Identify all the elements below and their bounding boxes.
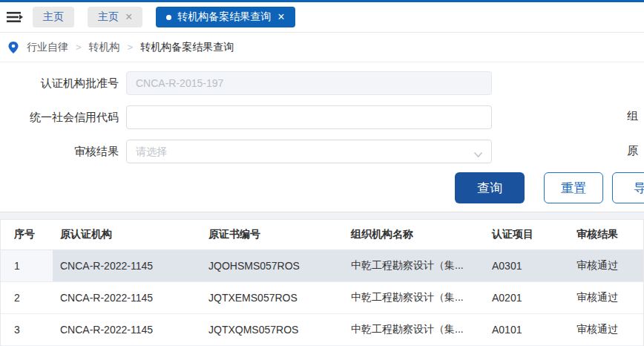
export-button[interactable]: 导 — [612, 172, 644, 203]
table-cell: CNCA-R-2022-1145 — [53, 281, 201, 313]
tab-transfer-query[interactable]: 转机构备案结果查询 × — [156, 7, 295, 27]
table-cell: 1 — [1, 249, 53, 281]
table-row[interactable]: 1CNCA-R-2022-1145JQOHSMS057ROS中乾工程勘察设计（集… — [1, 249, 643, 281]
credit-code-label: 统一社会信用代码 — [0, 111, 119, 125]
table-cell: 中乾工程勘察设计（集... — [344, 249, 483, 281]
clipped-label-orig-body: 原 — [627, 144, 640, 158]
column-header: 审核结果 — [569, 220, 643, 249]
audit-result-select[interactable] — [126, 140, 492, 163]
table-cell: CNCA-R-2022-1145 — [53, 313, 201, 345]
table-cell: 中乾工程勘察设计（集... — [344, 313, 483, 345]
approval-number-label: 认证机构批准号 — [0, 76, 119, 91]
column-header: 原认证机构 — [53, 220, 201, 249]
active-dot-icon — [166, 15, 171, 20]
table-cell: 审核通过 — [569, 281, 643, 313]
table-cell: 中乾工程勘察设计（集... — [344, 281, 483, 313]
table-cell: JQTXQMS057ROS — [201, 313, 344, 345]
breadcrumb-separator: > — [76, 42, 82, 53]
table-row[interactable]: 2CNCA-R-2022-1145JQTXEMS057ROS中乾工程勘察设计（集… — [1, 281, 643, 313]
tab-home-2[interactable]: 主页 × — [88, 7, 142, 27]
location-pin-icon — [7, 41, 19, 54]
breadcrumb-item[interactable]: 转机构 — [89, 41, 120, 54]
close-icon[interactable]: × — [277, 11, 284, 23]
table-cell: CNCA-R-2022-1145 — [53, 249, 201, 281]
approval-number-input — [126, 71, 492, 95]
table-cell: JQOHSMS057ROS — [201, 249, 344, 281]
credit-code-input[interactable] — [126, 105, 492, 129]
reset-button[interactable]: 重置 — [544, 172, 603, 203]
column-header: 序号 — [1, 220, 53, 249]
menu-fold-icon[interactable] — [6, 10, 24, 25]
form-actions: 查询 重置 导 — [0, 172, 644, 203]
tab-label: 主页 — [98, 10, 119, 24]
table-cell: A0201 — [483, 281, 569, 313]
audit-result-label: 审核结果 — [0, 145, 119, 159]
tab-label: 主页 — [43, 10, 64, 24]
search-button[interactable]: 查询 — [455, 172, 525, 203]
clipped-label-org-name: 组 — [627, 109, 640, 123]
tab-home-1[interactable]: 主页 — [33, 7, 74, 27]
result-table-panel: 序号原认证机构原证书编号组织机构名称认证项目审核结果 1CNCA-R-2022-… — [0, 219, 644, 346]
table-cell: A0301 — [483, 249, 569, 281]
result-table: 序号原认证机构原证书编号组织机构名称认证项目审核结果 1CNCA-R-2022-… — [1, 220, 643, 346]
table-body: 1CNCA-R-2022-1145JQOHSMS057ROS中乾工程勘察设计（集… — [1, 249, 643, 345]
column-header: 组织机构名称 — [344, 220, 483, 249]
table-cell: A0101 — [483, 313, 569, 345]
breadcrumb-separator: > — [128, 42, 134, 53]
breadcrumb-item[interactable]: 行业自律 — [27, 41, 68, 54]
panel-gap — [0, 212, 644, 219]
close-icon[interactable]: × — [125, 11, 132, 23]
column-header: 认证项目 — [483, 220, 569, 249]
query-form: 认证机构批准号 统一社会信用代码 审核结果 组 原 查询 重置 导 — [0, 62, 644, 212]
breadcrumb-current: 转机构备案结果查询 — [140, 41, 234, 54]
table-row[interactable]: 3CNCA-R-2022-1145JQTXQMS057ROS中乾工程勘察设计（集… — [1, 313, 643, 345]
breadcrumb: 行业自律 > 转机构 > 转机构备案结果查询 — [0, 33, 644, 62]
tab-label: 转机构备案结果查询 — [177, 10, 271, 24]
column-header: 原证书编号 — [201, 220, 344, 249]
table-cell: 审核通过 — [569, 313, 643, 345]
table-cell: 2 — [1, 281, 53, 313]
table-cell: 审核通过 — [569, 249, 643, 281]
table-cell: JQTXEMS057ROS — [201, 281, 344, 313]
table-header-row: 序号原认证机构原证书编号组织机构名称认证项目审核结果 — [1, 220, 643, 249]
tab-bar: 主页 主页 × 转机构备案结果查询 × — [0, 2, 644, 33]
table-cell: 3 — [1, 313, 53, 345]
